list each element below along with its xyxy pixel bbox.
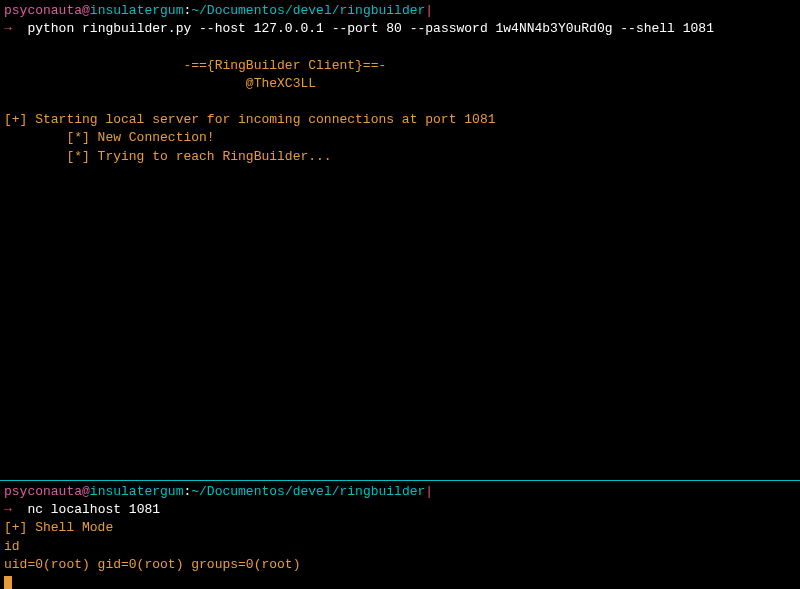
banner-line-1: -=={RingBuilder Client}==- bbox=[4, 57, 796, 75]
prompt-user: psyconauta bbox=[4, 3, 82, 18]
command-line: → python ringbuilder.py --host 127.0.0.1… bbox=[4, 20, 796, 38]
prompt-line: psyconauta@insulatergum:~/Documentos/dev… bbox=[4, 483, 796, 501]
prompt-host: insulatergum bbox=[90, 3, 184, 18]
status-line: [*] Trying to reach RingBuilder... bbox=[4, 148, 796, 166]
command-line: → nc localhost 1081 bbox=[4, 501, 796, 519]
command-text: python ringbuilder.py --host 127.0.0.1 -… bbox=[12, 21, 714, 36]
banner-line-2: @TheXC3LL bbox=[4, 75, 796, 93]
cursor-icon bbox=[4, 576, 12, 589]
blank-line bbox=[4, 93, 796, 111]
status-line: [+] Starting local server for incoming c… bbox=[4, 111, 796, 129]
blank-line bbox=[4, 38, 796, 56]
status-line: [*] New Connection! bbox=[4, 129, 796, 147]
prompt-path: ~/Documentos/devel/ringbuilder bbox=[191, 484, 425, 499]
prompt-path: ~/Documentos/devel/ringbuilder bbox=[191, 3, 425, 18]
shell-output: uid=0(root) gid=0(root) groups=0(root) bbox=[4, 556, 796, 574]
prompt-arrow: → bbox=[4, 502, 12, 517]
prompt-host: insulatergum bbox=[90, 484, 184, 499]
terminal-pane-bottom[interactable]: psyconauta@insulatergum:~/Documentos/dev… bbox=[0, 481, 800, 589]
prompt-pipe: | bbox=[425, 3, 433, 18]
status-line: [+] Shell Mode bbox=[4, 519, 796, 537]
prompt-line: psyconauta@insulatergum:~/Documentos/dev… bbox=[4, 2, 796, 20]
prompt-pipe: | bbox=[425, 484, 433, 499]
command-text: nc localhost 1081 bbox=[12, 502, 160, 517]
terminal-pane-top[interactable]: psyconauta@insulatergum:~/Documentos/dev… bbox=[0, 0, 800, 481]
prompt-at: @ bbox=[82, 3, 90, 18]
prompt-user: psyconauta bbox=[4, 484, 82, 499]
prompt-at: @ bbox=[82, 484, 90, 499]
shell-input: id bbox=[4, 538, 796, 556]
cursor-line[interactable] bbox=[4, 574, 796, 589]
prompt-arrow: → bbox=[4, 21, 12, 36]
